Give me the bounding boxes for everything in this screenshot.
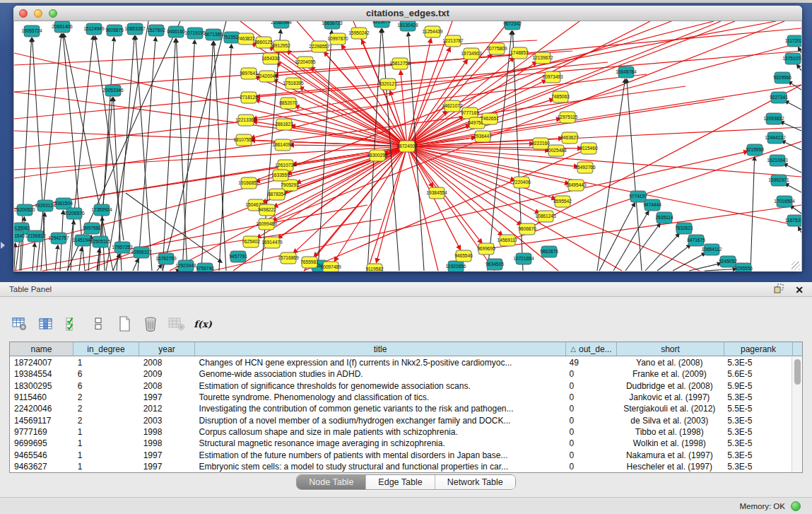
table-cell[interactable]: 9465546 [10, 450, 73, 460]
graph-node[interactable]: 9457791 [229, 251, 247, 262]
graph-node[interactable]: 18107554 [233, 134, 254, 146]
graph-edge[interactable] [113, 254, 119, 271]
table-cell[interactable]: 0 [565, 427, 616, 437]
table-cell[interactable]: 5.3E-5 [723, 427, 792, 437]
table-cell[interactable]: Investigating the contribution of common… [195, 404, 565, 414]
table-cell[interactable]: 5.3E-5 [723, 462, 792, 472]
graph-edge[interactable] [67, 21, 180, 271]
table-cell[interactable]: Nakamura et al. (1997) [616, 450, 723, 460]
column-header-out_de[interactable]: △out_de... [566, 342, 617, 356]
graph-node[interactable]: 10654112 [702, 244, 722, 255]
table-cell[interactable]: 1997 [139, 392, 195, 402]
graph-node[interactable]: 15812751 [389, 58, 411, 69]
graph-node[interactable]: 14621072 [442, 100, 463, 112]
graph-node[interactable]: 9572342 [503, 21, 522, 30]
table-cell[interactable]: 5.3E-5 [723, 438, 792, 448]
graph-node[interactable]: 15492766 [575, 162, 596, 173]
table-cell[interactable]: 2 [73, 404, 139, 414]
table-cell[interactable]: 9777169 [10, 427, 73, 437]
graph-node[interactable]: 8471675 [687, 235, 705, 246]
graph-node[interactable]: 9227341 [770, 92, 788, 103]
graph-node[interactable]: 18614093 [272, 139, 293, 151]
table-cell[interactable]: Genome-wide association studies in ADHD. [195, 369, 565, 379]
table-cell[interactable]: 18300295 [10, 381, 73, 391]
graph-node[interactable]: 10721654 [513, 253, 534, 264]
graph-node[interactable]: 15992971 [768, 175, 789, 186]
graph-node[interactable]: 6671385 [204, 29, 223, 40]
table-cell[interactable]: Disruption of a novel member of a sodium… [195, 416, 565, 426]
table-cell[interactable]: 0 [565, 404, 616, 414]
panel-collapse-arrow[interactable] [1, 242, 5, 249]
table-cell[interactable]: 9699695 [10, 438, 73, 448]
graph-edge[interactable] [780, 122, 801, 131]
graph-node[interactable]: 1527602 [147, 25, 165, 36]
table-cell[interactable]: 9115460 [10, 392, 73, 402]
table-cell[interactable]: 1 [73, 358, 139, 368]
table-cell[interactable]: Structural magnetic resonance image aver… [195, 438, 565, 448]
graph-node[interactable]: 15124949 [83, 23, 105, 35]
column-header-in_degree[interactable]: in_degree [73, 342, 139, 356]
graph-node[interactable]: 12975115 [558, 112, 578, 123]
graph-edge[interactable] [597, 79, 625, 271]
graph-node[interactable]: 8852070 [279, 98, 298, 109]
graph-node[interactable]: 17016504 [774, 196, 795, 207]
graph-edge[interactable] [599, 203, 635, 271]
graph-node[interactable]: 17957253 [112, 242, 133, 253]
graph-node[interactable]: 7632621 [675, 223, 693, 234]
graph-edge[interactable] [157, 264, 162, 271]
graph-node[interactable]: 14569117 [498, 235, 518, 246]
graph-node[interactable]: 1748857 [510, 47, 529, 59]
table-scrollbar[interactable] [792, 357, 802, 472]
table-row[interactable]: 1456911722003Disruption of a novel membe… [10, 414, 792, 426]
table-cell[interactable]: Changes of HCN gene expression and I(f) … [195, 358, 565, 368]
graph-node[interactable]: 12156812 [25, 230, 46, 242]
graph-node[interactable]: 7485063 [551, 91, 570, 103]
graph-node[interactable]: 9806870 [518, 223, 536, 235]
table-cell[interactable]: Stergiakouli et al. (2012) [616, 404, 723, 414]
scrollbar-thumb[interactable] [794, 359, 801, 385]
graph-edge[interactable] [117, 36, 134, 271]
column-header-pagerank[interactable]: pagerank [724, 342, 793, 356]
graph-node[interactable]: 10719195 [184, 28, 206, 39]
table-settings-button[interactable] [11, 315, 29, 332]
graph-node[interactable]: 9605875 [105, 25, 124, 36]
graph-edge[interactable] [407, 39, 431, 146]
graph-node[interactable]: 2861823 [275, 119, 293, 130]
table-cell[interactable]: de Silva et al. (2003) [616, 416, 723, 426]
graph-node[interactable]: 18495443 [565, 180, 587, 191]
graph-edge[interactable] [55, 245, 58, 271]
graph-node[interactable]: 19734903 [461, 48, 482, 59]
table-cell[interactable]: 1997 [139, 450, 195, 460]
graph-edge[interactable] [790, 206, 801, 214]
table-cell[interactable]: 0 [565, 416, 616, 426]
table-cell[interactable]: Tibbo et al. (1998) [616, 427, 723, 437]
graph-node[interactable]: 15716869 [278, 252, 299, 264]
graph-node[interactable]: 12213787 [442, 35, 464, 47]
network-canvas[interactable]: 1905572420691406151249499605875106532871… [13, 21, 802, 271]
graph-edge[interactable] [799, 227, 801, 233]
graph-node[interactable]: 18130428 [397, 21, 418, 31]
graph-node[interactable]: 16648784 [616, 66, 637, 78]
graph-node[interactable]: 19166857 [238, 177, 259, 189]
graph-node[interactable]: 20206576 [64, 208, 85, 219]
graph-node[interactable]: 16099489 [256, 218, 277, 230]
table-cell[interactable]: 1998 [139, 438, 195, 448]
memory-indicator[interactable] [791, 501, 801, 511]
graph-edge[interactable] [163, 39, 175, 271]
table-cell[interactable]: Corpus callosum shape and size in male p… [195, 427, 565, 437]
table-row[interactable]: 2242004622012Investigating the contribut… [10, 403, 792, 414]
table-cell[interactable]: 1 [73, 427, 139, 437]
graph-node[interactable]: 12204095 [295, 57, 316, 68]
graph-edge[interactable] [613, 211, 649, 271]
tab-edge-table[interactable]: Edge Table [366, 475, 435, 489]
graph-node[interactable]: 8860125 [254, 37, 273, 48]
graph-node[interactable]: 16782759 [155, 253, 177, 264]
graph-edge[interactable] [133, 259, 139, 271]
graph-edge[interactable] [645, 233, 679, 271]
graph-node[interactable]: 8878354 [268, 189, 286, 200]
graph-node[interactable]: 10775809 [486, 43, 507, 54]
table-cell[interactable]: 19384554 [10, 369, 73, 379]
graph-edge[interactable] [269, 47, 407, 146]
delete-table-button[interactable] [167, 315, 186, 332]
minimize-window-button[interactable] [34, 9, 42, 18]
